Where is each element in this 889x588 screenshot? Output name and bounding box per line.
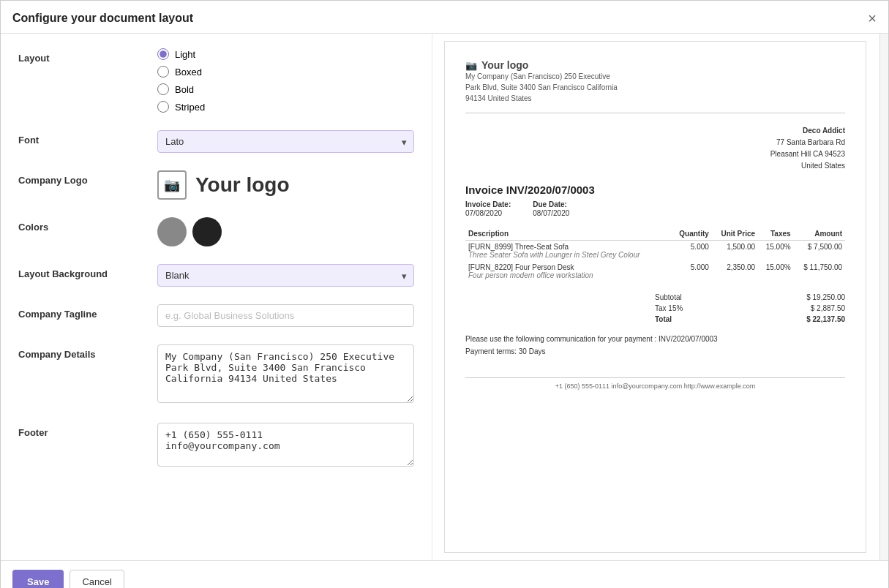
company-tagline-row: Company Tagline xyxy=(18,304,414,327)
font-select[interactable]: Lato Roboto Open Sans Montserrat xyxy=(157,130,414,153)
layout-background-select-wrapper: Blank Light Dark xyxy=(157,264,414,287)
preview-company-address: My Company (San Francisco) 250 Executive… xyxy=(465,71,618,104)
layout-option-striped[interactable]: Striped xyxy=(157,101,414,113)
preview-logo: 📷 Your logo xyxy=(465,59,618,71)
colors-control xyxy=(157,217,414,246)
footer-control: +1 (650) 555-0111 info@yourcompany.com xyxy=(157,423,414,469)
preview-row1-description: [FURN_8999] Three-Seat Sofa Three Seater… xyxy=(465,241,671,262)
layout-radio-group: Light Boxed Bold Striped xyxy=(157,48,414,113)
preview-row1-unit-price: 1,500.00 xyxy=(712,241,758,262)
layout-label: Layout xyxy=(18,48,157,64)
preview-table-row: [FURN_8220] Four Person Desk Four person… xyxy=(465,261,845,282)
preview-row1-taxes: 15.00% xyxy=(758,241,794,262)
layout-option-bold[interactable]: Bold xyxy=(157,83,414,95)
preview-table-col-quantity: Quantity xyxy=(671,227,712,241)
layout-background-label: Layout Background xyxy=(18,264,157,279)
font-label: Font xyxy=(18,130,157,146)
preview-logo-text: Your logo xyxy=(481,59,528,71)
preview-totals: Subtotal $ 19,250.00 Tax 15% $ 2,887.50 … xyxy=(655,292,845,325)
color-swatch-1[interactable] xyxy=(157,217,187,246)
font-select-wrapper: Lato Roboto Open Sans Montserrat xyxy=(157,130,414,153)
colors-row: Colors xyxy=(18,217,414,246)
preview-subtotal-row: Subtotal $ 19,250.00 xyxy=(655,292,845,303)
preview-communication: Please use the following communication f… xyxy=(465,335,845,343)
preview-customer: Deco Addict 77 Santa Barbara Rd Pleasant… xyxy=(465,125,845,172)
preview-document: 📷 Your logo My Company (San Francisco) 2… xyxy=(444,41,866,553)
logo-camera-icon[interactable]: 📷 xyxy=(157,170,187,200)
layout-background-row: Layout Background Blank Light Dark xyxy=(18,264,414,287)
preview-tax-value: $ 2,887.50 xyxy=(811,304,845,312)
preview-row1-quantity: 5.000 xyxy=(671,241,712,262)
dialog-body: Layout Light Boxed Bold xyxy=(1,34,888,560)
font-row: Font Lato Roboto Open Sans Montserrat xyxy=(18,130,414,153)
preview-row1-amount: $ 7,500.00 xyxy=(794,241,845,262)
preview-table-col-description: Description xyxy=(465,227,671,241)
preview-payment-terms: Payment terms: 30 Days xyxy=(465,347,845,355)
preview-total-value: $ 22,137.50 xyxy=(806,315,845,323)
layout-radio-bold[interactable] xyxy=(157,83,169,95)
dialog-header: Configure your document layout × xyxy=(1,1,888,34)
company-details-textarea[interactable]: My Company (San Francisco) 250 Executive… xyxy=(157,344,414,403)
footer-row: Footer +1 (650) 555-0111 info@yourcompan… xyxy=(18,423,414,469)
layout-background-select[interactable]: Blank Light Dark xyxy=(157,264,414,287)
layout-option-boxed-label: Boxed xyxy=(175,67,202,78)
company-tagline-label: Company Tagline xyxy=(18,304,157,320)
save-button[interactable]: Save xyxy=(12,570,64,588)
preview-table: Description Quantity Unit Price Taxes Am… xyxy=(465,227,845,282)
dialog-title: Configure your document layout xyxy=(12,12,193,25)
preview-dates: Invoice Date: 07/08/2020 Due Date: 08/07… xyxy=(465,200,845,217)
company-logo-label: Company Logo xyxy=(18,170,157,186)
preview-customer-name: Deco Addict xyxy=(803,127,845,135)
company-tagline-input[interactable] xyxy=(157,304,414,327)
colors-label: Colors xyxy=(18,217,157,233)
preview-table-col-amount: Amount xyxy=(794,227,845,241)
preview-subtotal-value: $ 19,250.00 xyxy=(806,293,845,301)
preview-panel: 📷 Your logo My Company (San Francisco) 2… xyxy=(432,34,888,560)
preview-invoice-date: Invoice Date: 07/08/2020 xyxy=(465,200,511,217)
logo-text: Your logo xyxy=(195,173,290,197)
preview-row2-unit-price: 2,350.00 xyxy=(712,261,758,282)
company-logo-row: Company Logo 📷 Your logo xyxy=(18,170,414,200)
layout-option-boxed[interactable]: Boxed xyxy=(157,66,414,78)
company-logo-control: 📷 Your logo xyxy=(157,170,414,200)
company-tagline-control xyxy=(157,304,414,327)
preview-table-col-taxes: Taxes xyxy=(758,227,794,241)
color-swatch-2[interactable] xyxy=(192,217,222,246)
preview-header: 📷 Your logo My Company (San Francisco) 2… xyxy=(465,59,845,113)
left-panel: Layout Light Boxed Bold xyxy=(1,34,432,560)
logo-area[interactable]: 📷 Your logo xyxy=(157,170,414,200)
preview-invoice-title: Invoice INV/2020/07/0003 xyxy=(465,184,845,196)
preview-logo-block: 📷 Your logo My Company (San Francisco) 2… xyxy=(465,59,618,104)
preview-due-date-label: Due Date: xyxy=(533,200,569,208)
preview-table-col-unit-price: Unit Price xyxy=(712,227,758,241)
preview-row2-quantity: 5.000 xyxy=(671,261,712,282)
layout-option-bold-label: Bold xyxy=(175,84,194,95)
preview-subtotal-label: Subtotal xyxy=(655,293,682,301)
company-details-row: Company Details My Company (San Francisc… xyxy=(18,344,414,405)
preview-row2-amount: $ 11,750.00 xyxy=(794,261,845,282)
configure-layout-dialog: Configure your document layout × Layout … xyxy=(0,0,889,588)
dialog-footer: Save Cancel xyxy=(1,560,888,588)
layout-radio-light[interactable] xyxy=(157,48,169,60)
preview-invoice-date-label: Invoice Date: xyxy=(465,200,511,208)
layout-radio-boxed[interactable] xyxy=(157,66,169,78)
preview-invoice-date-value: 07/08/2020 xyxy=(465,209,502,217)
preview-total-label: Total xyxy=(655,315,672,323)
cancel-button[interactable]: Cancel xyxy=(70,570,124,588)
layout-radio-striped[interactable] xyxy=(157,101,169,113)
preview-table-row: [FURN_8999] Three-Seat Sofa Three Seater… xyxy=(465,241,845,262)
preview-tax-row: Tax 15% $ 2,887.50 xyxy=(655,303,845,314)
scrollbar[interactable] xyxy=(879,34,888,560)
preview-row2-taxes: 15.00% xyxy=(758,261,794,282)
layout-option-light-label: Light xyxy=(175,49,195,60)
preview-logo-icon: 📷 xyxy=(465,60,477,71)
company-details-control: My Company (San Francisco) 250 Executive… xyxy=(157,344,414,405)
footer-textarea[interactable]: +1 (650) 555-0111 info@yourcompany.com xyxy=(157,423,414,467)
preview-total-row: Total $ 22,137.50 xyxy=(655,314,845,325)
layout-option-light[interactable]: Light xyxy=(157,48,414,60)
preview-footer: +1 (650) 555-0111 info@yourcompany.com h… xyxy=(465,377,845,390)
preview-due-date-value: 08/07/2020 xyxy=(533,209,569,217)
preview-tax-label: Tax 15% xyxy=(655,304,683,312)
close-button[interactable]: × xyxy=(868,11,877,26)
layout-option-striped-label: Striped xyxy=(175,102,205,113)
